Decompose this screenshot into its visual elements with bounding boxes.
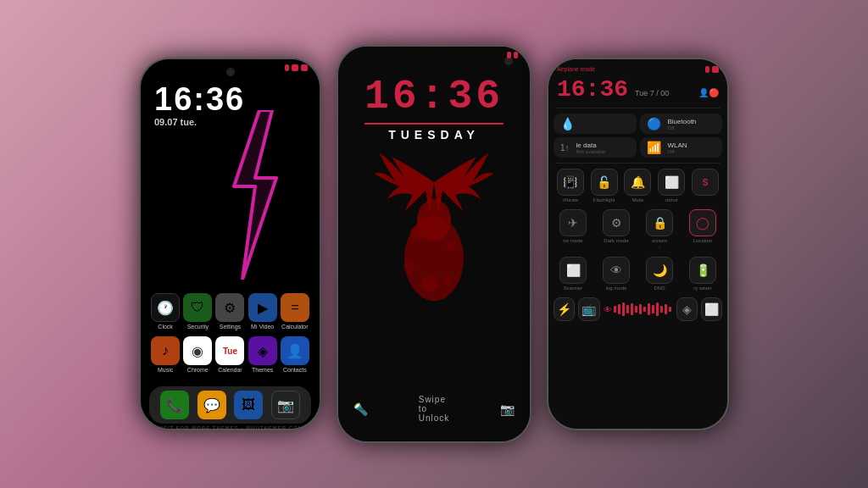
flashlight-icon[interactable]: 🔦: [353, 402, 368, 416]
status-dot-1: [285, 64, 289, 71]
phone-right: Airplane mode 16:36 Tue 7 / 00 👤🔴 💧: [547, 58, 729, 430]
svg-rect-15: [639, 304, 642, 314]
flashlight-icon-qs: 🔓: [591, 169, 618, 196]
center-day: TUESDAY: [364, 128, 504, 141]
dock-camera[interactable]: 📷: [271, 391, 300, 419]
bluetooth-icon: 🔵: [647, 117, 661, 130]
dock-phone[interactable]: 📞: [160, 391, 189, 419]
qs-mute[interactable]: 🔔 Mute: [621, 169, 655, 202]
swipe-text: Swipe to Unlock: [419, 395, 450, 423]
extra-icon-2[interactable]: ⬜: [701, 297, 722, 321]
qs-location[interactable]: ◯ Location: [683, 209, 722, 250]
qs-screenshot[interactable]: ⬜ nshot: [654, 169, 688, 202]
dark-mode-icon: ⚙: [603, 209, 630, 236]
right-clock: 16:36: [557, 76, 628, 103]
scanner-icon: ⬜: [559, 257, 587, 284]
phone-left: 16:36 09.07 tue. 🕐 Clock 🛡 Security: [139, 58, 321, 430]
app-music[interactable]: ♪ Music: [149, 336, 181, 373]
right-icons-person: 👤🔴: [698, 88, 719, 97]
right-time-row: 16:36 Tue 7 / 00 👤🔴: [548, 75, 727, 104]
center-status-1: [507, 52, 511, 58]
qs-data-row: 1↑ le data Not available 📶 WLAN Off: [548, 136, 727, 159]
svg-rect-12: [626, 305, 629, 313]
app-clock[interactable]: 🕐 Clock: [149, 293, 181, 330]
water-icon: 💧: [560, 117, 575, 130]
eye-icon: 👁: [604, 305, 612, 314]
qs-wlan-text: WLAN Off: [668, 141, 716, 154]
app-grid: 🕐 Clock 🛡 Security ⚙ Settings ▶ Mi Video: [141, 286, 320, 386]
qs-reading[interactable]: 👁 ing mode: [597, 257, 636, 291]
app-security[interactable]: 🛡 Security: [181, 293, 214, 330]
app-settings[interactable]: ⚙ Settings: [214, 293, 246, 330]
qs-icon-row-1: 📳 Vibrate 🔓 Flashlight 🔔 Mute ⬜ nshot S: [548, 167, 727, 204]
qs-icon-row-2: ✈ ne mode ⚙ Dark mode 🔒 screen l ◯ Locat…: [548, 208, 727, 252]
svg-rect-19: [656, 302, 659, 316]
watermark: VISIT FOR MORE THEMES - MIUITHEMER.COM: [141, 425, 320, 429]
app-contacts[interactable]: 👤 Contacts: [279, 336, 311, 373]
qs-wide-row: 💧 🔵 Bluetooth Off: [548, 112, 727, 136]
battery-icon: 🔋: [689, 257, 716, 284]
dnd-icon: 🌙: [646, 257, 673, 284]
app-calendar[interactable]: Tue Calendar: [214, 336, 246, 373]
right-status-dots: [705, 66, 719, 73]
svg-marker-1: [234, 110, 276, 280]
app-mi-video[interactable]: ▶ Mi Video: [247, 293, 279, 330]
qs-scanner[interactable]: ⬜ Scanner: [554, 257, 593, 291]
qs-water[interactable]: 💧: [554, 114, 637, 134]
svg-point-5: [446, 241, 456, 251]
qs-mobile-data[interactable]: 1↑ le data Not available: [554, 137, 637, 158]
screenshot-icon: ⬜: [658, 169, 685, 196]
power-icon[interactable]: ⚡: [554, 297, 575, 321]
qs-water-text: [581, 120, 630, 128]
camera-icon[interactable]: 📷: [500, 402, 515, 416]
screen-icon[interactable]: 📺: [578, 297, 599, 321]
qs-bluetooth-text: Bluetooth Off: [668, 118, 716, 130]
r-dot-2: [712, 66, 719, 73]
screen-lock-icon: 🔒: [646, 209, 673, 236]
airplane-mode-label: Airplane mode: [557, 66, 595, 73]
svg-rect-16: [643, 307, 646, 312]
qs-battery-saver[interactable]: 🔋 ry saver: [683, 257, 722, 291]
center-status-dots: [507, 52, 518, 58]
qs-screen-lock[interactable]: 🔒 screen l: [640, 209, 679, 250]
svg-point-8: [403, 261, 415, 273]
qs-dnd[interactable]: 🌙 DND: [640, 257, 679, 291]
app-calculator[interactable]: = Calculator: [279, 293, 311, 330]
svg-point-6: [421, 275, 438, 292]
center-time-display: 16:36 TUESDAY: [364, 74, 504, 141]
svg-rect-21: [665, 304, 667, 314]
dock-messages[interactable]: 💬: [198, 391, 226, 419]
svg-rect-11: [622, 302, 625, 316]
svg-rect-20: [660, 306, 663, 313]
qs-icon-row-3: ⬜ Scanner 👁 ing mode 🌙 DND 🔋 ry saver: [548, 255, 727, 292]
center-clock: 16:36: [364, 74, 504, 125]
qs-data-text: le data Not available: [576, 141, 630, 154]
swipe-bar: 🔦 Swipe to Unlock 📷: [353, 395, 515, 423]
deer-artwork: [366, 148, 502, 352]
qs-bluetooth[interactable]: 🔵 Bluetooth Off: [640, 114, 723, 134]
divider-2: [555, 163, 721, 164]
bluetooth-label: Bluetooth: [668, 118, 716, 125]
extra-icon[interactable]: ◈: [676, 297, 698, 321]
qs-dark-mode[interactable]: ⚙ Dark mode: [597, 209, 636, 250]
mute-icon: 🔔: [624, 169, 651, 196]
qs-wlan[interactable]: 📶 WLAN Off: [640, 137, 723, 158]
bluetooth-status: Off: [668, 125, 716, 130]
dock: 📞 💬 🖼 📷: [149, 386, 311, 424]
app-themes[interactable]: ◈ Themes: [247, 336, 279, 373]
wave-bars: [614, 302, 673, 316]
center-status-2: [514, 52, 518, 58]
lightning-bolt: [217, 110, 285, 280]
left-status-dots: [285, 64, 308, 71]
dock-gallery[interactable]: 🖼: [234, 391, 263, 419]
app-chrome[interactable]: ◉ Chrome: [181, 336, 214, 373]
qs-flashlight[interactable]: 🔓 Flashlight: [587, 169, 621, 202]
svg-rect-13: [631, 303, 633, 315]
qs-airplane[interactable]: ✈ ne mode: [554, 209, 593, 250]
qs-s[interactable]: S: [688, 169, 722, 202]
qs-vibrate[interactable]: 📳 Vibrate: [554, 169, 587, 202]
phone-center: 16:36 TUESDAY: [337, 45, 531, 443]
phones-container: 16:36 09.07 tue. 🕐 Clock 🛡 Security: [0, 0, 868, 488]
vibrate-icon: 📳: [557, 169, 584, 196]
svg-rect-18: [652, 305, 654, 313]
